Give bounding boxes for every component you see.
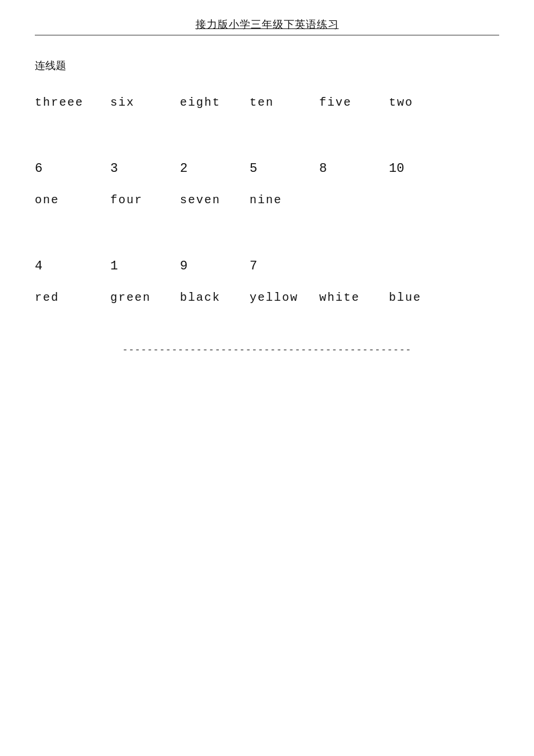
word-green: green [110,291,180,304]
bottom-divider: ----------------------------------------… [35,345,499,355]
num-5: 5 [250,161,319,176]
num-9: 9 [180,259,250,273]
word-yellow: yellow [250,291,319,304]
num-3: 3 [110,161,180,176]
word-ten: ten [250,96,319,109]
word-white: white [319,291,389,304]
num-8: 8 [319,161,389,176]
num-6: 6 [35,161,110,176]
word-one: one [35,193,110,207]
word-black: black [180,291,250,304]
num-7: 7 [250,259,319,273]
word-seven: seven [180,193,250,207]
section-label: 连线题 [35,59,499,73]
word-four: four [110,193,180,207]
title-section: 接力版小学三年级下英语练习 [35,17,499,31]
num-1: 1 [110,259,180,273]
word-two: two [389,96,459,109]
num-10: 10 [389,161,459,176]
word-red: red [35,291,110,304]
spacer-1 [35,115,499,150]
number-row-1: 6 3 2 5 8 10 [35,150,499,188]
word-row-1: threee six eight ten five two [35,90,499,115]
number-row-2: 4 1 9 7 [35,247,499,285]
word-eight: eight [180,96,250,109]
word-threee: threee [35,96,110,109]
word-blue: blue [389,291,459,304]
page: 接力版小学三年级下英语练习 连线题 threee six eight ten f… [0,0,534,756]
num-2: 2 [180,161,250,176]
word-row-2: one four seven nine [35,188,499,213]
word-nine: nine [250,193,319,207]
spacer-2 [35,213,499,247]
word-five: five [319,96,389,109]
word-row-colors: red green black yellow white blue [35,285,499,310]
word-six: six [110,96,180,109]
page-title: 接力版小学三年级下英语练习 [35,17,499,31]
title-divider [35,35,499,35]
num-4: 4 [35,259,110,273]
